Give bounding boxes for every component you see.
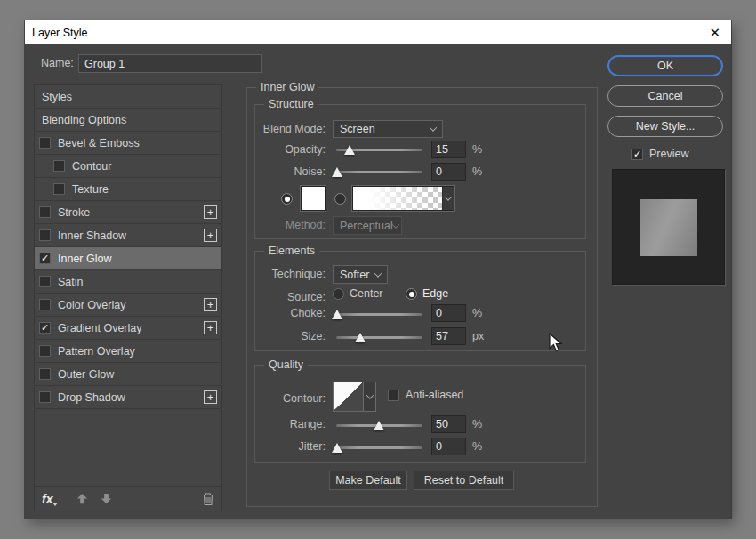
sidebar-item-label: Inner Shadow xyxy=(58,229,126,242)
preview-toggle[interactable]: Preview xyxy=(631,148,688,160)
make-default-button[interactable]: Make Default xyxy=(329,471,407,490)
size-input[interactable] xyxy=(431,327,466,345)
noise-slider[interactable] xyxy=(336,171,422,173)
choke-input[interactable] xyxy=(431,304,466,322)
opacity-slider-thumb[interactable] xyxy=(344,145,355,155)
sidebar-item-label: Blending Options xyxy=(42,114,126,126)
photoshop-canvas-background: Layer Style ✕ Name: StylesBlending Optio… xyxy=(0,0,756,539)
blend-mode-dropdown[interactable]: Screen xyxy=(333,120,443,138)
anti-aliased-label: Anti-aliased xyxy=(406,390,463,401)
ok-button[interactable]: OK xyxy=(607,55,723,76)
reset-to-default-button[interactable]: Reset to Default xyxy=(414,471,514,490)
sidebar-item-blending-options[interactable]: Blending Options xyxy=(35,109,221,132)
contour-dropdown-button[interactable] xyxy=(364,382,376,412)
add-effect-instance-button[interactable]: + xyxy=(204,390,217,404)
sidebar-item-styles[interactable]: Styles xyxy=(35,85,221,109)
gradient-radio[interactable] xyxy=(334,193,346,205)
sidebar-item-texture[interactable]: Texture xyxy=(35,178,221,201)
effect-checkbox[interactable] xyxy=(39,345,51,357)
add-effect-instance-button[interactable]: + xyxy=(204,321,217,334)
add-effect-instance-button[interactable]: + xyxy=(204,298,217,311)
glow-color-swatch[interactable] xyxy=(301,186,326,211)
effect-checkbox[interactable] xyxy=(39,322,51,334)
sidebar-item-label: Gradient Overlay xyxy=(58,322,141,334)
sidebar-item-stroke[interactable]: Stroke+ xyxy=(35,201,221,224)
choke-slider[interactable] xyxy=(336,313,422,316)
new-style-button[interactable]: New Style... xyxy=(607,116,723,137)
add-effect-instance-button[interactable]: + xyxy=(204,229,217,242)
quality-legend: Quality xyxy=(264,358,308,371)
effect-checkbox[interactable] xyxy=(39,137,51,149)
effect-checkbox[interactable] xyxy=(53,183,65,195)
opacity-label: Opacity: xyxy=(255,141,326,158)
sidebar-item-bevel-emboss[interactable]: Bevel & Emboss xyxy=(35,132,221,155)
effect-checkbox[interactable] xyxy=(39,391,51,403)
choke-slider-thumb[interactable] xyxy=(332,310,342,319)
range-slider[interactable] xyxy=(336,424,422,427)
sidebar-item-inner-shadow[interactable]: Inner Shadow+ xyxy=(35,224,221,247)
range-slider-thumb[interactable] xyxy=(374,421,384,430)
range-input[interactable] xyxy=(431,415,466,433)
move-effect-up-icon[interactable] xyxy=(76,492,89,505)
technique-value: Softer xyxy=(340,269,369,281)
sidebar-item-drop-shadow[interactable]: Drop Shadow+ xyxy=(35,386,221,409)
preview-checkbox[interactable] xyxy=(631,149,643,160)
blend-mode-label: Blend Mode: xyxy=(255,120,326,138)
opacity-input[interactable] xyxy=(431,141,466,158)
delete-effect-trash-icon[interactable] xyxy=(202,492,214,506)
effect-checkbox[interactable] xyxy=(53,160,65,172)
jitter-slider-thumb[interactable] xyxy=(332,443,342,453)
source-edge-label: Edge xyxy=(422,288,448,300)
elements-legend: Elements xyxy=(264,245,319,257)
sidebar-item-label: Styles xyxy=(42,91,72,103)
source-label: Source: xyxy=(255,288,326,306)
sidebar-item-outer-glow[interactable]: Outer Glow xyxy=(35,363,221,386)
range-label: Range: xyxy=(255,415,326,433)
dialog-title: Layer Style xyxy=(32,27,88,39)
chevron-down-icon xyxy=(366,391,373,398)
name-input[interactable] xyxy=(78,54,262,73)
size-slider-thumb[interactable] xyxy=(355,333,366,342)
solid-color-radio[interactable] xyxy=(281,193,293,205)
sidebar-list: StylesBlending OptionsBevel & EmbossCont… xyxy=(35,85,221,409)
effect-checkbox[interactable] xyxy=(39,299,51,310)
opacity-slider[interactable] xyxy=(336,149,422,151)
sidebar-item-inner-glow[interactable]: Inner Glow xyxy=(35,247,221,270)
name-label: Name: xyxy=(41,54,74,73)
add-effect-instance-button[interactable]: + xyxy=(204,205,217,219)
noise-input[interactable] xyxy=(431,163,466,181)
sidebar-item-satin[interactable]: Satin xyxy=(35,270,221,294)
sidebar-item-gradient-overlay[interactable]: Gradient Overlay+ xyxy=(35,317,221,340)
noise-slider-thumb[interactable] xyxy=(332,167,342,177)
fx-menu-icon[interactable]: fx xyxy=(42,492,52,506)
effect-checkbox[interactable] xyxy=(39,206,51,218)
size-slider[interactable] xyxy=(336,336,422,339)
source-center-radio[interactable] xyxy=(333,288,344,300)
structure-legend: Structure xyxy=(264,98,318,110)
jitter-label: Jitter: xyxy=(255,438,326,455)
effect-checkbox[interactable] xyxy=(39,276,51,287)
effect-checkbox[interactable] xyxy=(39,368,51,380)
sidebar-item-pattern-overlay[interactable]: Pattern Overlay xyxy=(35,340,221,363)
source-edge-radio[interactable] xyxy=(406,288,417,300)
gradient-preview[interactable] xyxy=(353,187,442,210)
sidebar-item-label: Contour xyxy=(72,160,111,173)
effect-checkbox[interactable] xyxy=(39,253,51,264)
gradient-dropdown-button[interactable] xyxy=(442,187,454,210)
close-icon[interactable]: ✕ xyxy=(709,26,720,39)
gradient-picker[interactable] xyxy=(352,186,454,211)
jitter-unit: % xyxy=(472,438,482,455)
contour-thumbnail[interactable] xyxy=(333,382,364,412)
technique-dropdown[interactable]: Softer xyxy=(333,265,388,284)
anti-aliased-checkbox[interactable] xyxy=(388,390,399,401)
move-effect-down-icon[interactable] xyxy=(100,492,113,505)
jitter-slider[interactable] xyxy=(336,446,422,449)
sidebar-item-color-overlay[interactable]: Color Overlay+ xyxy=(35,294,221,317)
size-unit: px xyxy=(472,327,484,345)
cancel-button[interactable]: Cancel xyxy=(607,85,723,107)
sidebar-item-contour[interactable]: Contour xyxy=(35,155,221,178)
jitter-input[interactable] xyxy=(431,438,466,455)
opacity-unit: % xyxy=(472,141,482,158)
dialog-titlebar[interactable]: Layer Style ✕ xyxy=(25,20,731,44)
effect-checkbox[interactable] xyxy=(39,229,51,241)
